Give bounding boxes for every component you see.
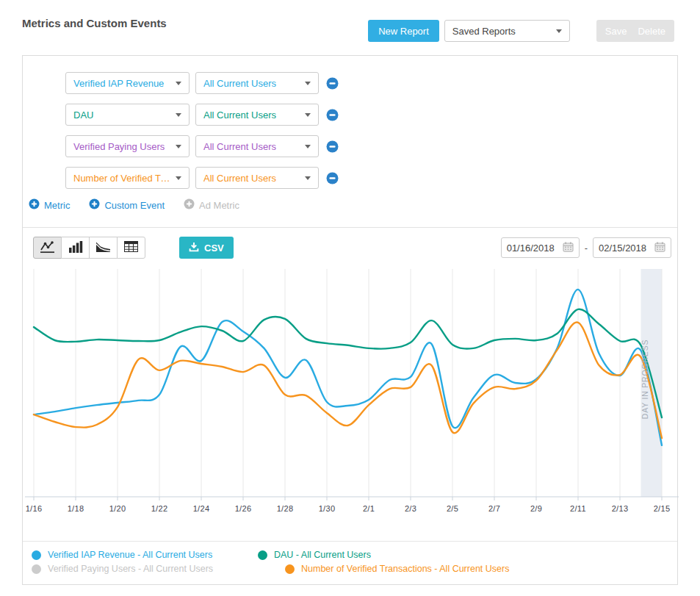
table-chart-icon	[124, 241, 138, 254]
metric-row: Verified Paying UsersAll Current Users	[65, 134, 670, 158]
x-axis-label: 1/22	[151, 504, 168, 513]
chart-type-group	[33, 237, 145, 259]
metrics-config-section: Verified IAP RevenueAll Current UsersDAU…	[23, 56, 677, 227]
add-button-label: Ad Metric	[199, 200, 239, 211]
legend-label: DAU - All Current Users	[274, 550, 371, 560]
remove-metric-icon[interactable]	[326, 172, 339, 184]
legend-dot-icon	[258, 550, 267, 560]
segment-select-value: All Current Users	[203, 141, 276, 152]
chart-type-table-button[interactable]	[117, 237, 145, 259]
add-buttons-row: MetricCustom EventAd Metric	[29, 198, 670, 212]
chart-type-bar-button[interactable]	[61, 237, 90, 259]
line-chart-icon	[39, 240, 56, 256]
x-axis-label: 2/13	[612, 504, 629, 513]
legend-label: Number of Verified Transactions - All Cu…	[301, 564, 509, 574]
segment-select[interactable]: All Current Users	[195, 167, 319, 189]
topbar: Metrics and Custom Events New Report Sav…	[0, 0, 700, 55]
chart-type-area-button[interactable]	[89, 237, 118, 259]
x-axis-label: 1/18	[68, 504, 84, 513]
metric-select-value: Verified Paying Users	[73, 141, 165, 152]
x-axis-label: 2/15	[654, 504, 671, 513]
metric-select[interactable]: Verified Paying Users	[65, 135, 190, 157]
day-in-progress-label: DAY IN PROGRESS	[641, 340, 649, 419]
metric-select-value: Number of Verified Trans...	[73, 173, 171, 184]
segment-select[interactable]: All Current Users	[195, 72, 319, 94]
chart-toolbar: CSV 01/16/2018 - 02/15/2018	[23, 228, 677, 268]
metric-row: DAUAll Current Users	[65, 103, 670, 126]
start-date-input[interactable]: 01/16/2018	[501, 237, 580, 258]
chevron-down-icon	[305, 176, 311, 180]
saved-reports-label: Saved Reports	[452, 26, 516, 37]
csv-download-button[interactable]: CSV	[179, 237, 234, 259]
calendar-icon[interactable]	[654, 242, 665, 254]
new-report-button[interactable]: New Report	[368, 20, 439, 42]
add-metric-button[interactable]: Metric	[29, 198, 70, 212]
chart-legend: Verified IAP Revenue - All Current Users…	[23, 542, 677, 584]
x-axis-label: 1/20	[109, 504, 126, 513]
saved-reports-select[interactable]: Saved Reports	[444, 20, 570, 42]
segment-select[interactable]: All Current Users	[195, 135, 319, 157]
page-title: Metrics and Custom Events	[22, 17, 167, 29]
metrics-line-chart: 1/161/181/201/221/241/261/281/302/12/32/…	[25, 269, 679, 517]
remove-metric-icon[interactable]	[326, 109, 339, 121]
chevron-down-icon	[176, 145, 181, 148]
metric-select-value: DAU	[73, 109, 93, 121]
chart-type-line-button[interactable]	[33, 237, 62, 259]
segment-select-value: All Current Users	[203, 78, 276, 89]
metric-row: Verified IAP RevenueAll Current Users	[65, 71, 670, 95]
x-axis-label: 1/28	[277, 504, 294, 513]
chart-area: 1/161/181/201/221/241/261/281/302/12/32/…	[23, 268, 677, 520]
save-button: Save	[605, 26, 627, 37]
remove-metric-icon[interactable]	[326, 77, 339, 90]
metric-rows: Verified IAP RevenueAll Current UsersDAU…	[29, 71, 670, 190]
chevron-down-icon	[556, 29, 562, 33]
x-axis-label: 2/5	[447, 504, 458, 513]
plus-circle-icon	[184, 198, 195, 212]
legend-dot-icon	[32, 564, 41, 574]
legend-item[interactable]: Number of Verified Transactions - All Cu…	[285, 564, 509, 574]
segment-select[interactable]: All Current Users	[195, 104, 319, 126]
metric-select[interactable]: Number of Verified Trans...	[65, 167, 190, 189]
chevron-down-icon	[176, 113, 181, 117]
series-line	[34, 290, 662, 445]
delete-button: Delete	[638, 26, 665, 37]
segment-select-value: All Current Users	[203, 109, 276, 121]
remove-metric-icon[interactable]	[326, 140, 339, 153]
chevron-down-icon	[176, 176, 181, 180]
add-custom-event-button[interactable]: Custom Event	[89, 198, 165, 212]
chevron-down-icon	[305, 113, 311, 117]
csv-label: CSV	[204, 243, 224, 254]
plus-circle-icon	[29, 198, 40, 212]
chevron-down-icon	[176, 82, 181, 85]
legend-dot-icon	[32, 550, 41, 560]
calendar-icon[interactable]	[563, 242, 574, 254]
legend-label: Verified Paying Users - All Current User…	[48, 564, 213, 574]
metric-select-value: Verified IAP Revenue	[73, 78, 164, 89]
legend-label: Verified IAP Revenue - All Current Users	[48, 550, 212, 560]
chevron-down-icon	[305, 82, 311, 85]
metric-row: Number of Verified Trans...All Current U…	[65, 166, 670, 190]
download-icon	[189, 242, 199, 254]
end-date-value: 02/15/2018	[599, 243, 646, 254]
segment-select-value: All Current Users	[203, 173, 276, 184]
legend-item[interactable]: Verified Paying Users - All Current User…	[32, 564, 285, 574]
legend-dot-icon	[285, 564, 295, 574]
plus-circle-icon	[89, 198, 100, 212]
date-range: 01/16/2018 - 02/15/2018	[501, 237, 671, 258]
x-axis-label: 1/16	[26, 504, 43, 513]
end-date-input[interactable]: 02/15/2018	[593, 237, 671, 258]
add-button-label: Custom Event	[104, 200, 165, 211]
topbar-controls: New Report Saved Reports Save Delete	[368, 20, 674, 42]
x-axis-label: 1/24	[193, 504, 210, 513]
date-separator: -	[585, 243, 588, 254]
metric-select[interactable]: Verified IAP Revenue	[65, 72, 190, 94]
series-line	[34, 322, 662, 438]
chevron-down-icon	[305, 145, 311, 148]
x-axis-label: 1/30	[319, 504, 336, 513]
legend-item[interactable]: Verified IAP Revenue - All Current Users	[32, 550, 258, 560]
x-axis-label: 2/1	[363, 504, 375, 513]
legend-item[interactable]: DAU - All Current Users	[258, 550, 434, 560]
x-axis-label: 2/9	[530, 504, 542, 513]
report-card: Verified IAP RevenueAll Current UsersDAU…	[22, 55, 678, 585]
metric-select[interactable]: DAU	[65, 104, 190, 126]
